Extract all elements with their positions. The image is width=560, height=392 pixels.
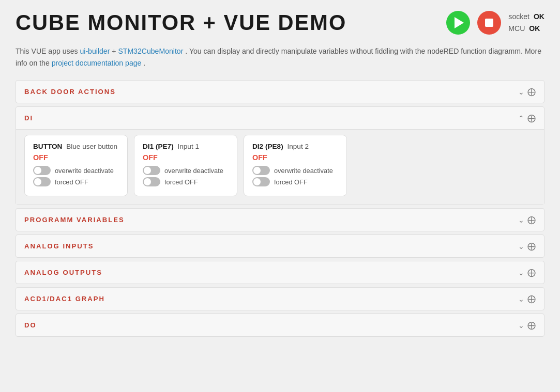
move-icon: ⨁ [527,113,536,123]
di-card-di1-title: DI1 (PE7) Input 1 [143,143,229,150]
di-card-di2: DI2 (PE8) Input 2 OFF overwrite deactiva… [244,135,347,196]
di2-overwrite-deactivate-label: overwrite deactivate [274,167,333,175]
move-icon: ⨁ [527,241,536,251]
move-icon: ⨁ [527,294,536,304]
overwrite-deactivate-label: overwrite deactivate [55,167,114,175]
section-do: DO ⌄ ⨁ [16,313,544,337]
di-card-di1: DI1 (PE7) Input 1 OFF overwrite deactiva… [134,135,237,196]
socket-status: OK [534,12,544,21]
move-icon: ⨁ [527,268,536,277]
chevron-up-icon: ⌃ [518,114,524,122]
section-di-icons: ⌃ ⨁ [518,113,536,123]
section-programm-variables: PROGRAMM VARIABLES ⌄ ⨁ [16,208,544,231]
di2-forced-off-toggle[interactable] [252,177,270,186]
di-card-button-forced-row: forced OFF [33,177,119,186]
chevron-down-icon: ⌄ [518,216,524,224]
di1-forced-off-toggle[interactable] [143,177,160,186]
play-button[interactable] [446,11,470,35]
move-icon: ⨁ [527,87,536,97]
section-back-door-actions-header[interactable]: BACK DOOR ACTIONS ⌄ ⨁ [16,81,544,103]
section-analog-outputs-header[interactable]: ANALOG OUTPUTS ⌄ ⨁ [16,261,544,284]
di2-forced-off-label: forced OFF [274,178,308,186]
di-card-button-overwrite-row: overwrite deactivate [33,166,119,175]
app-header: CUBE MONITOR + VUE DEMO socket OK MCU OK [16,10,544,35]
section-di-title: DI [24,114,33,122]
section-analog-inputs-icons: ⌄ ⨁ [518,241,536,251]
di-cards-container: BUTTON Blue user button OFF overwrite de… [24,135,536,196]
section-back-door-actions: BACK DOOR ACTIONS ⌄ ⨁ [16,80,544,103]
di-card-di2-status: OFF [252,153,338,162]
di-card-button-sublabel: Blue user button [66,143,117,150]
section-do-title: DO [24,321,37,329]
section-analog-inputs-header[interactable]: ANALOG INPUTS ⌄ ⨁ [16,235,544,257]
di-card-button-label: BUTTON [33,143,62,150]
section-do-header[interactable]: DO ⌄ ⨁ [16,314,544,336]
section-programm-variables-title: PROGRAMM VARIABLES [24,216,125,224]
chevron-down-icon: ⌄ [518,242,524,250]
intro-text: This VUE app uses ui-builder + STM32Cube… [16,45,544,69]
di1-forced-off-label: forced OFF [164,178,198,186]
di-card-di2-overwrite-row: overwrite deactivate [252,166,338,175]
di-card-di2-label: DI2 (PE8) [252,143,283,150]
chevron-down-icon: ⌄ [518,295,524,303]
stop-button[interactable] [477,11,501,35]
section-back-door-actions-icons: ⌄ ⨁ [518,87,536,97]
mcu-label: MCU [508,24,525,33]
header-status: socket OK MCU OK [446,11,544,35]
section-analog-inputs: ANALOG INPUTS ⌄ ⨁ [16,234,544,258]
ui-builder-link[interactable]: ui-builder [80,47,110,55]
section-programm-variables-icons: ⌄ ⨁ [518,215,536,225]
move-icon: ⨁ [527,320,536,330]
section-back-door-actions-title: BACK DOOR ACTIONS [24,88,116,96]
overwrite-deactivate-toggle[interactable] [33,166,51,175]
di1-overwrite-deactivate-toggle[interactable] [143,166,160,175]
chevron-down-icon: ⌄ [518,88,524,96]
chevron-down-icon: ⌄ [518,269,524,277]
di-card-di2-title: DI2 (PE8) Input 2 [252,143,338,150]
di2-overwrite-deactivate-toggle[interactable] [252,166,270,175]
connection-status: socket OK MCU OK [508,11,544,34]
di-card-di2-sublabel: Input 2 [287,143,309,150]
di-card-di1-forced-row: forced OFF [143,177,229,186]
section-acd1-dac1-graph: ACD1/DAC1 GRAPH ⌄ ⨁ [16,287,544,310]
intro-text-post: . [143,59,145,67]
section-do-icons: ⌄ ⨁ [518,320,536,330]
socket-label: socket [508,12,529,21]
app-title: CUBE MONITOR + VUE DEMO [16,10,346,35]
move-icon: ⨁ [527,215,536,225]
project-doc-link[interactable]: project documentation page [52,59,142,67]
section-analog-inputs-title: ANALOG INPUTS [24,242,94,250]
forced-off-toggle[interactable] [33,177,51,186]
di-card-button-title: BUTTON Blue user button [33,143,119,150]
di-card-button-status: OFF [33,153,119,162]
section-di-body: BUTTON Blue user button OFF overwrite de… [16,129,544,205]
di-card-di2-forced-row: forced OFF [252,177,338,186]
stm32-link[interactable]: STM32CubeMonitor [118,47,183,55]
di-card-di1-overwrite-row: overwrite deactivate [143,166,229,175]
chevron-down-icon: ⌄ [518,321,524,330]
section-programm-variables-header[interactable]: PROGRAMM VARIABLES ⌄ ⨁ [16,209,544,231]
di-card-di1-sublabel: Input 1 [177,143,199,150]
section-analog-outputs-title: ANALOG OUTPUTS [24,269,102,276]
di-card-di1-label: DI1 (PE7) [143,143,174,150]
intro-text-mid1: + [112,47,118,55]
section-di-header[interactable]: DI ⌃ ⨁ [16,107,544,129]
di1-overwrite-deactivate-label: overwrite deactivate [164,167,223,175]
mcu-status: OK [529,24,540,33]
di-card-di1-status: OFF [143,153,229,162]
di-card-button: BUTTON Blue user button OFF overwrite de… [24,135,128,196]
forced-off-label: forced OFF [55,178,88,186]
section-acd1-dac1-graph-title: ACD1/DAC1 GRAPH [24,295,105,303]
section-analog-outputs: ANALOG OUTPUTS ⌄ ⨁ [16,261,544,284]
intro-text-pre: This VUE app uses [16,47,80,55]
section-analog-outputs-icons: ⌄ ⨁ [518,268,536,277]
section-acd1-dac1-graph-icons: ⌄ ⨁ [518,294,536,304]
section-di: DI ⌃ ⨁ BUTTON Blue user button OFF over [16,106,544,205]
section-acd1-dac1-graph-header[interactable]: ACD1/DAC1 GRAPH ⌄ ⨁ [16,288,544,310]
